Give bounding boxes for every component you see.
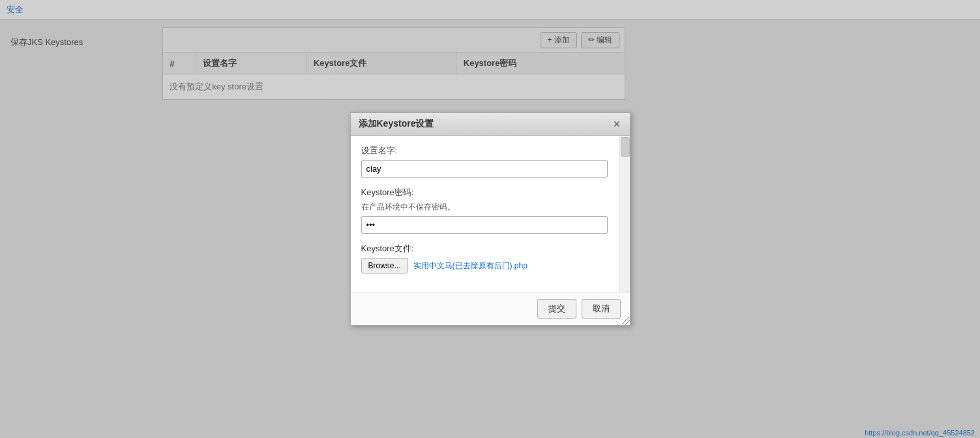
password-input[interactable] <box>361 216 608 234</box>
dialog-header: 添加Keystore设置 ✕ <box>351 113 630 136</box>
dialog-scrollbar-thumb[interactable] <box>621 137 630 157</box>
resize-handle[interactable] <box>622 317 630 325</box>
cancel-button[interactable]: 取消 <box>582 299 621 319</box>
name-input[interactable] <box>361 160 608 178</box>
dialog-body: 设置名字: Keystore密码: 在产品环境中不保存密码。 Keystore文… <box>351 136 630 292</box>
name-field-group: 设置名字: <box>361 145 619 178</box>
dialog-footer: 提交 取消 <box>351 292 630 325</box>
password-sub-label: 在产品环境中不保存密码。 <box>361 202 608 213</box>
dialog-title: 添加Keystore设置 <box>359 118 434 130</box>
browse-button[interactable]: Browse... <box>361 258 408 274</box>
password-field-group: Keystore密码: 在产品环境中不保存密码。 <box>361 187 619 234</box>
dialog-overlay: 添加Keystore设置 ✕ 设置名字: Keystore密码: 在产品环境中不… <box>0 0 980 438</box>
file-name-display: 实用中文马(已去除原有后门).php <box>413 260 527 272</box>
dialog-body-wrapper: 设置名字: Keystore密码: 在产品环境中不保存密码。 Keystore文… <box>351 136 630 292</box>
submit-button[interactable]: 提交 <box>537 299 576 319</box>
dialog-scrollbar[interactable] <box>619 136 630 292</box>
file-field-group: Keystore文件: Browse... 实用中文马(已去除原有后门).php <box>361 243 619 274</box>
file-row: Browse... 实用中文马(已去除原有后门).php <box>361 258 608 274</box>
add-keystore-dialog: 添加Keystore设置 ✕ 设置名字: Keystore密码: 在产品环境中不… <box>350 112 631 326</box>
name-label: 设置名字: <box>361 145 608 157</box>
file-label: Keystore文件: <box>361 243 608 255</box>
password-label: Keystore密码: <box>361 187 608 198</box>
dialog-close-button[interactable]: ✕ <box>612 119 622 129</box>
